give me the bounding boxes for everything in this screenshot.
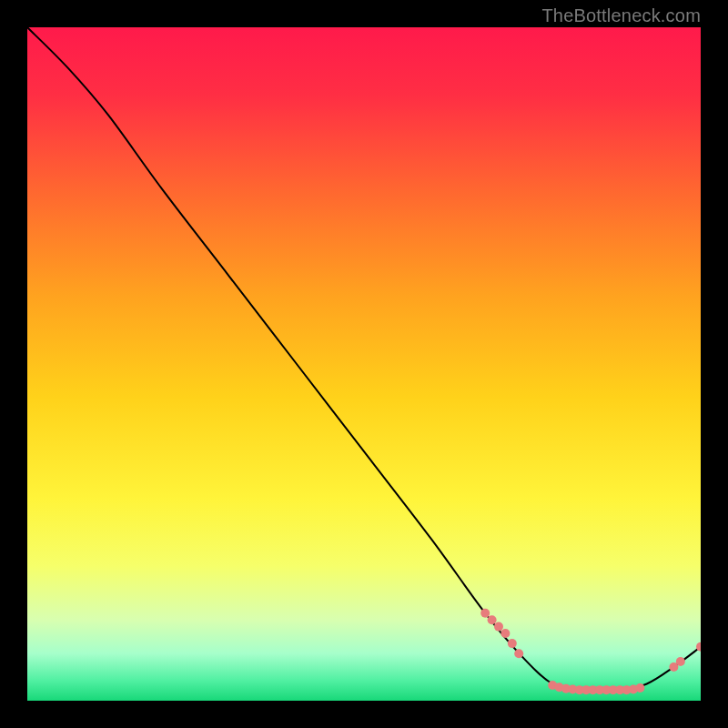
chart-svg [27,27,701,701]
chart-plot-area [27,27,701,701]
data-point [676,657,685,666]
data-point [514,649,523,658]
data-point [488,615,497,624]
data-point [635,683,644,693]
data-point [494,622,503,632]
chart-stage: TheBottleneck.com [0,0,728,728]
data-point [508,639,517,648]
watermark-text: TheBottleneck.com [541,5,701,26]
data-point [480,609,490,618]
data-point [500,629,510,638]
gradient-background [27,27,701,701]
